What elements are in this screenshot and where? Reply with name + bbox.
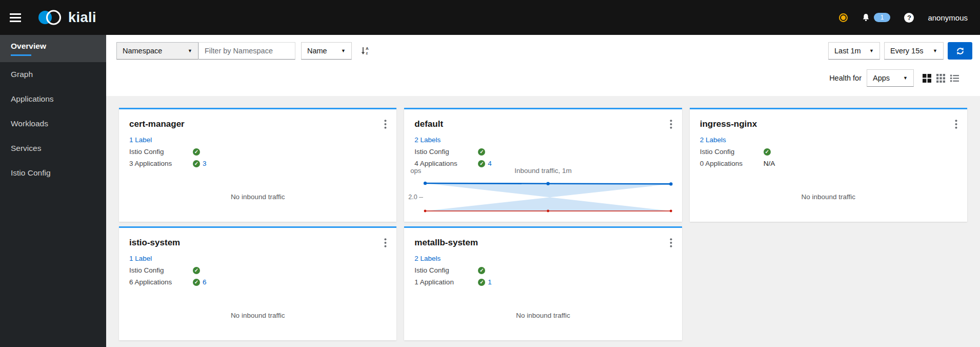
healthy-check-icon[interactable]: ✓ [193,148,200,156]
sidebar-item-workloads[interactable]: Workloads [0,111,106,136]
sort-by-dropdown[interactable]: Name ▼ [301,42,352,60]
kebab-menu-button[interactable] [670,238,672,249]
kebab-menu-button[interactable] [670,120,672,130]
applications-count-link[interactable]: 1 [488,278,492,286]
masthead-right: 1 ? anonymous [839,13,968,23]
namespace-card-ingress-nginx: ingress-nginx 2 Labels Istio Config ✓ 0 … [690,108,967,222]
healthy-check-icon[interactable]: ✓ [193,279,200,286]
no-traffic-message: No inbound traffic [404,312,682,319]
namespace-title[interactable]: default [404,109,682,129]
toolbar-right: Last 1m ▼ Every 15s ▼ [828,42,972,60]
filter-type-value: Namespace [123,47,162,55]
sparkline-area-chart[interactable] [424,178,672,214]
sidebar-item-services[interactable]: Services [0,136,106,161]
healthy-check-icon[interactable]: ✓ [478,148,485,156]
labels-link[interactable]: 1 Label [129,136,152,144]
sidebar-item-label: Services [11,144,106,153]
inbound-traffic-chart: ops Inbound traffic, 1m 2.0 [404,167,682,218]
health-for-value: Apps [873,74,890,82]
svg-text:z: z [366,50,368,55]
card-body: 1 Label Istio Config ✓ 6 Applications ✓ … [119,248,396,286]
applications-count-link[interactable]: 6 [203,278,207,286]
applications-row: 1 Application ✓ 1 [414,278,671,286]
health-for-dropdown[interactable]: Apps ▼ [867,69,914,87]
sidebar-item-graph[interactable]: Graph [0,62,106,87]
applications-label: 4 Applications [414,160,478,167]
applications-label: 1 Application [414,278,478,286]
filter-type-dropdown[interactable]: Namespace ▼ [116,42,198,60]
refresh-button[interactable] [948,42,972,60]
kebab-menu-button[interactable] [384,238,387,249]
toolbar: Namespace ▼ Name ▼ A z Last 1m ▼ [106,35,980,96]
kiali-brand[interactable]: kiali [37,8,96,27]
namespace-card-cert-manager: cert-manager 1 Label Istio Config ✓ 3 Ap… [119,108,396,222]
namespace-cards-grid: cert-manager 1 Label Istio Config ✓ 3 Ap… [106,96,980,340]
namespace-filter-input[interactable] [198,42,295,60]
healthy-check-icon[interactable]: ✓ [193,160,200,167]
sidebar-item-istio-config[interactable]: Istio Config [0,161,106,185]
namespace-title[interactable]: cert-manager [119,109,396,129]
labels-link[interactable]: 2 Labels [700,136,726,144]
istio-config-row: Istio Config ✓ [700,148,957,156]
applications-count-link[interactable]: 3 [203,160,207,167]
istio-config-row: Istio Config ✓ [414,266,671,274]
istio-config-row: Istio Config ✓ [129,266,386,274]
applications-row: 6 Applications ✓ 6 [129,278,386,286]
help-icon[interactable]: ? [904,13,914,23]
namespace-title[interactable]: metallb-system [404,228,682,248]
kebab-menu-button[interactable] [955,120,957,130]
istio-config-label: Istio Config [414,266,478,274]
sidebar-item-overview[interactable]: Overview [0,35,106,62]
sidebar-item-applications[interactable]: Applications [0,87,106,111]
expand-view-icon[interactable] [923,74,931,83]
hamburger-menu-icon[interactable] [10,11,21,24]
healthy-check-icon[interactable]: ✓ [478,160,485,167]
kebab-icon [384,238,387,247]
kebab-icon [955,120,957,129]
notifications[interactable]: 1 [862,13,891,22]
sort-alpha-button[interactable]: A z [359,45,371,57]
sort-by-value: Name [307,47,327,55]
card-body: 2 Labels Istio Config ✓ 4 Applications ✓… [404,129,682,167]
labels-link[interactable]: 2 Labels [414,255,441,262]
chevron-down-icon: ▼ [341,48,346,53]
istio-config-label: Istio Config [129,148,193,156]
namespace-card-istio-system: istio-system 1 Label Istio Config ✓ 6 Ap… [119,226,396,340]
kebab-menu-button[interactable] [384,120,387,130]
namespace-title[interactable]: ingress-nginx [690,109,967,129]
bell-icon [862,13,870,22]
applications-row: 3 Applications ✓ 3 [129,160,386,167]
card-body: 2 Labels Istio Config ✓ 0 Applications N… [690,129,967,167]
compact-view-icon[interactable] [936,74,945,83]
no-traffic-message: No inbound traffic [690,193,967,201]
user-menu[interactable]: anonymous [928,13,968,22]
healthy-check-icon[interactable]: ✓ [478,279,485,286]
refresh-interval-dropdown[interactable]: Every 15s ▼ [884,42,944,60]
sidebar: Overview Graph Applications Workloads Se… [0,35,106,347]
namespace-card-default: default 2 Labels Istio Config ✓ 4 Applic… [404,108,682,222]
duration-dropdown[interactable]: Last 1m ▼ [828,42,880,60]
duration-value: Last 1m [834,47,861,55]
labels-link[interactable]: 2 Labels [414,136,441,144]
refresh-interval-value: Every 15s [890,47,923,55]
healthy-check-icon[interactable]: ✓ [478,267,485,274]
chart-y-tick-mark [419,197,423,198]
applications-count-link[interactable]: 4 [488,160,492,167]
istio-config-row: Istio Config ✓ [414,148,671,156]
kebab-icon [670,238,672,247]
card-body: 2 Labels Istio Config ✓ 1 Application ✓ … [404,248,682,286]
istio-status-icon[interactable] [839,13,848,22]
list-view-icon[interactable] [950,74,959,83]
kebab-icon [384,120,387,129]
sort-alpha-icon: A z [361,46,370,55]
notification-badge: 1 [874,13,891,22]
istio-config-label: Istio Config [414,148,478,156]
labels-link[interactable]: 1 Label [129,255,152,262]
healthy-check-icon[interactable]: ✓ [193,267,200,274]
healthy-check-icon[interactable]: ✓ [764,148,771,156]
refresh-icon [956,47,965,55]
namespace-title[interactable]: istio-system [119,228,396,248]
applications-label: 6 Applications [129,278,193,286]
istio-config-label: Istio Config [129,266,193,274]
kiali-logo-icon [37,8,64,27]
